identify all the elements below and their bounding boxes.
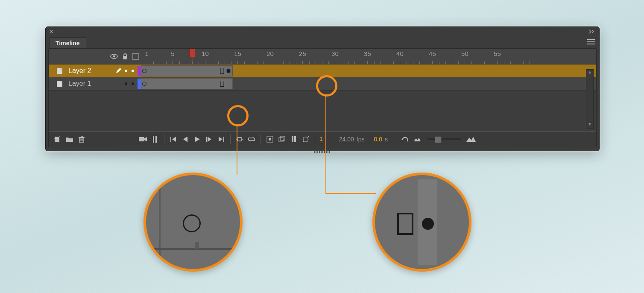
layer-info[interactable]: Layer 1 [49, 77, 141, 90]
go-last-icon[interactable] [217, 135, 226, 144]
onion-skin-icon[interactable] [265, 135, 275, 144]
ruler-tick [322, 62, 322, 64]
ruler-tick [465, 61, 465, 64]
ruler-tick [309, 62, 310, 64]
tab-timeline[interactable]: Timeline [49, 37, 86, 48]
layer-toggle-dots[interactable] [125, 70, 134, 72]
ruler-tick [186, 62, 186, 64]
ruler-tick [290, 62, 290, 64]
keyframe-rect[interactable] [220, 81, 224, 87]
layer-row[interactable]: Layer 2 [49, 64, 596, 77]
ruler-tick [381, 62, 381, 64]
go-first-icon[interactable] [169, 135, 178, 144]
lock-column-icon[interactable] [121, 53, 129, 60]
svg-rect-13 [155, 136, 157, 143]
panel-resize-grip[interactable] [46, 150, 599, 154]
ruler-tick [147, 61, 147, 64]
ruler-tick [166, 62, 167, 64]
layer-info[interactable]: Layer 2 [49, 64, 141, 77]
zoom-small-icon[interactable] [413, 135, 422, 144]
svg-rect-2 [123, 56, 127, 59]
layer-page-icon [56, 80, 64, 87]
layer-name[interactable]: Layer 2 [68, 67, 115, 75]
collapse-panel-icon[interactable] [589, 29, 596, 35]
ruler-tick [335, 61, 335, 64]
fps-value[interactable]: 24.00 [339, 136, 354, 143]
scroll-down-icon[interactable]: ▼ [588, 122, 592, 129]
layer-column-headers [49, 49, 143, 64]
playhead[interactable] [189, 49, 195, 57]
marker-icon[interactable] [150, 135, 160, 144]
callout-leader-right-horiz [325, 193, 376, 194]
camera-icon[interactable] [138, 135, 148, 144]
ruler-label: 5 [171, 50, 174, 57]
ruler-tick [374, 62, 375, 64]
visibility-column-icon[interactable] [110, 54, 118, 59]
ruler-label: 25 [299, 50, 306, 57]
layers-area: Layer 2Layer 1 [49, 64, 596, 90]
ruler-tick [452, 62, 452, 64]
ruler-tick [413, 62, 413, 64]
scroll-up-icon[interactable]: ▲ [588, 70, 592, 76]
ruler-label: 55 [494, 50, 501, 57]
layer-row[interactable]: Layer 1 [49, 77, 596, 90]
keyframe-filled-circle[interactable] [227, 69, 231, 73]
ruler-tick [367, 61, 368, 64]
frame-ruler[interactable]: 1510152025303540455055 [143, 49, 596, 64]
keyframe-empty-circle[interactable] [142, 82, 146, 86]
ruler-tick [419, 62, 420, 64]
vertical-scrollbar[interactable]: ▲ ▼ [586, 69, 594, 129]
svg-rect-22 [223, 137, 224, 142]
svg-rect-23 [237, 138, 242, 141]
panel-system-bar: ✕ [46, 27, 599, 36]
ruler-tick [523, 62, 524, 64]
layer-name[interactable]: Layer 1 [68, 80, 125, 88]
svg-rect-19 [206, 137, 207, 142]
layer-color-swatch[interactable] [138, 66, 141, 76]
step-forward-icon[interactable] [205, 135, 214, 144]
pencil-icon [115, 67, 122, 75]
panel-menu-icon[interactable] [587, 39, 595, 46]
outline-column-icon[interactable] [132, 53, 139, 60]
magnifier-empty-keyframe [143, 173, 243, 272]
trash-icon[interactable] [77, 135, 86, 144]
layer-track[interactable] [141, 77, 596, 90]
play-icon[interactable] [193, 135, 202, 144]
ruler-tick [263, 62, 264, 64]
svg-rect-29 [294, 136, 296, 142]
zoom-large-icon[interactable] [466, 135, 476, 144]
step-back-icon[interactable] [181, 135, 190, 144]
edit-multiple-icon[interactable] [289, 135, 299, 144]
onion-outline-icon[interactable] [277, 135, 287, 144]
close-panel-icon[interactable]: ✕ [49, 29, 53, 35]
ruler-tick [270, 61, 270, 64]
keyframe-empty-circle[interactable] [142, 69, 146, 73]
zoom-slider-thumb[interactable] [435, 136, 442, 143]
frame-span[interactable] [141, 65, 233, 76]
undo-icon[interactable] [401, 135, 410, 144]
new-folder-icon[interactable] [65, 135, 74, 144]
keyframe-rect[interactable] [220, 68, 224, 74]
ruler-tick [471, 62, 472, 64]
ruler-label: 30 [331, 50, 339, 57]
ruler-tick [517, 62, 517, 64]
ruler-tick [510, 62, 511, 64]
frame-span[interactable] [141, 78, 233, 89]
center-frame-icon[interactable] [235, 135, 244, 144]
modify-markers-icon[interactable] [301, 135, 310, 144]
svg-rect-28 [292, 136, 293, 142]
ruler-tick [342, 62, 342, 64]
loop-icon[interactable] [247, 135, 256, 144]
new-layer-icon[interactable] [53, 135, 62, 144]
ruler-tick [478, 62, 478, 64]
layer-track[interactable] [141, 64, 596, 77]
layer-color-swatch[interactable] [138, 79, 141, 89]
zoom-slider[interactable] [427, 138, 461, 140]
ruler-tick [316, 62, 316, 64]
ruler-label: 50 [461, 50, 468, 57]
layer-toggle-dots[interactable] [125, 82, 134, 85]
svg-rect-17 [187, 137, 188, 142]
ruler-tick [212, 62, 212, 64]
elapsed-time-value[interactable]: 0.0 [374, 136, 382, 143]
current-frame-field[interactable]: 1 [319, 135, 323, 143]
